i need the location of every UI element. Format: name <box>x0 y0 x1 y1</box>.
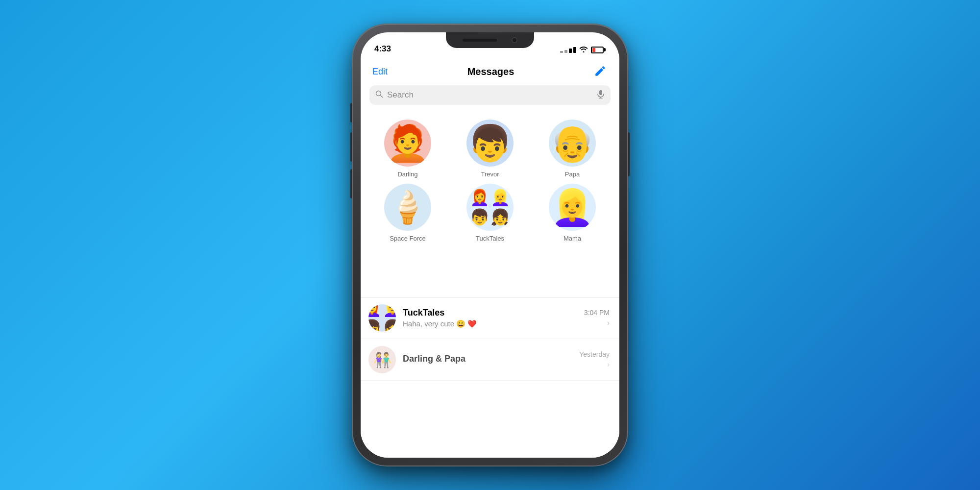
edit-button[interactable]: Edit <box>372 67 388 77</box>
convo-avatar-darling-papa: 👫 <box>368 346 396 373</box>
convo-content-tucktales: TuckTales Haha, very cute 😄 ❤️ <box>403 308 584 328</box>
convo-content-darling-papa: Darling & Papa <box>403 354 579 366</box>
signal-icon <box>560 47 576 53</box>
avatar-spaceforce: 🍦 <box>384 184 431 231</box>
search-icon <box>375 90 383 100</box>
status-icons <box>560 46 606 54</box>
pinned-contact-papa[interactable]: 👴 Papa <box>543 120 602 178</box>
pinned-row-2: 🍦 Space Force 👩‍🦰 👱‍♀️ 👦 👧 TuckT <box>361 184 619 242</box>
pinned-contact-trevor[interactable]: 👦 Trevor <box>461 120 519 178</box>
search-bar[interactable]: Search <box>369 85 611 105</box>
convo-name-tucktales: TuckTales <box>403 308 584 318</box>
conversation-item-tucktales[interactable]: 👩‍🦰 👱‍♀️ 👦 👧 TuckTales Haha, very cute 😄… <box>361 297 619 339</box>
convo-avatar-tucktales: 👩‍🦰 👱‍♀️ 👦 👧 <box>368 304 396 332</box>
pinned-contact-tucktales[interactable]: 👩‍🦰 👱‍♀️ 👦 👧 TuckTales <box>461 184 519 242</box>
convo-time-darling-papa: Yesterday <box>579 350 610 358</box>
contact-name-papa: Papa <box>565 171 580 178</box>
wifi-icon <box>579 46 588 54</box>
avatar-trevor: 👦 <box>466 120 514 167</box>
battery-icon <box>591 47 606 53</box>
convo-time-tucktales: 3:04 PM <box>584 309 610 317</box>
phone-screen: 4:33 <box>361 32 619 458</box>
pinned-contact-darling[interactable]: 🧑‍🦰 Darling <box>378 120 437 178</box>
contact-name-spaceforce: Space Force <box>390 235 426 242</box>
contact-name-mama: Mama <box>564 235 581 242</box>
phone-frame: 4:33 <box>353 24 627 466</box>
conversation-list: 👩‍🦰 👱‍♀️ 👦 👧 TuckTales Haha, very cute 😄… <box>361 297 619 458</box>
mic-icon[interactable] <box>597 90 605 100</box>
contact-name-trevor: Trevor <box>481 171 499 178</box>
notch <box>446 32 534 48</box>
avatar-tucktales: 👩‍🦰 👱‍♀️ 👦 👧 <box>466 184 514 231</box>
convo-preview-tucktales: Haha, very cute 😄 ❤️ <box>403 319 584 328</box>
pinned-contact-mama[interactable]: 👱‍♀️ Mama <box>543 184 602 242</box>
power-button[interactable] <box>627 132 630 176</box>
chevron-icon-darling-papa: › <box>607 360 610 369</box>
avatar-darling: 🧑‍🦰 <box>384 120 431 167</box>
pinned-row-1: 🧑‍🦰 Darling 👦 Trevor 👴 Papa <box>361 120 619 178</box>
search-placeholder: Search <box>387 90 593 100</box>
speaker <box>463 39 497 42</box>
svg-line-1 <box>381 96 383 98</box>
convo-meta-darling-papa: Yesterday › <box>579 350 610 369</box>
convo-name-darling-papa: Darling & Papa <box>403 354 579 364</box>
avatar-mama: 👱‍♀️ <box>549 184 596 231</box>
pinned-contacts-section: 🧑‍🦰 Darling 👦 Trevor 👴 Papa <box>361 112 619 256</box>
convo-meta-tucktales: 3:04 PM › <box>584 309 610 327</box>
chevron-icon-tucktales: › <box>607 318 610 327</box>
compose-button[interactable] <box>594 65 608 78</box>
svg-rect-2 <box>599 90 602 95</box>
avatar-papa: 👴 <box>549 120 596 167</box>
pinned-contact-spaceforce[interactable]: 🍦 Space Force <box>378 184 437 242</box>
messages-header: Edit Messages <box>361 58 619 85</box>
conversation-item-darling-papa[interactable]: 👫 Darling & Papa Yesterday › <box>361 339 619 381</box>
contact-name-tucktales: TuckTales <box>476 235 504 242</box>
contact-name-darling: Darling <box>397 171 417 178</box>
page-title: Messages <box>467 66 514 77</box>
front-camera <box>512 37 517 43</box>
